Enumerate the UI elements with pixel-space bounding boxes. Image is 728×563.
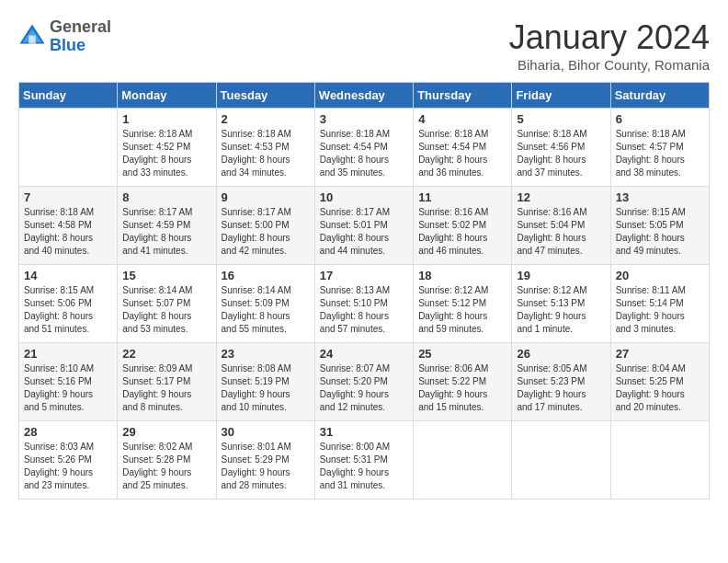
day-info: Sunrise: 8:15 AMSunset: 5:05 PMDaylight:… [616,206,704,258]
page-header: General Blue January 2024 Biharia, Bihor… [18,18,710,73]
day-info: Sunrise: 8:01 AMSunset: 5:29 PMDaylight:… [222,441,310,492]
day-info: Sunrise: 8:13 AMSunset: 5:10 PMDaylight:… [320,284,408,336]
day-number: 9 [222,190,310,204]
calendar-cell: 14Sunrise: 8:15 AMSunset: 5:06 PMDayligh… [19,265,118,343]
day-number: 18 [418,269,506,282]
weekday-header: Thursday [414,83,512,109]
day-number: 8 [122,190,210,204]
calendar-cell: 11Sunrise: 8:16 AMSunset: 5:02 PMDayligh… [414,187,512,265]
calendar-week-row: 7Sunrise: 8:18 AMSunset: 4:58 PMDaylight… [19,187,710,265]
calendar-cell: 31Sunrise: 8:00 AMSunset: 5:31 PMDayligh… [314,421,413,500]
day-info: Sunrise: 8:05 AMSunset: 5:23 PMDaylight:… [517,362,605,414]
day-number: 11 [418,190,506,204]
calendar-cell: 15Sunrise: 8:14 AMSunset: 5:07 PMDayligh… [118,265,216,343]
calendar-cell: 18Sunrise: 8:12 AMSunset: 5:12 PMDayligh… [414,265,512,343]
calendar-cell [19,109,118,187]
day-info: Sunrise: 8:02 AMSunset: 5:28 PMDaylight:… [122,441,210,492]
calendar-cell: 4Sunrise: 8:18 AMSunset: 4:54 PMDaylight… [414,109,512,187]
calendar-cell: 30Sunrise: 8:01 AMSunset: 5:29 PMDayligh… [216,421,314,500]
day-number: 17 [320,269,408,282]
logo: General Blue [18,18,111,55]
weekday-header-row: SundayMondayTuesdayWednesdayThursdayFrid… [19,83,710,109]
day-number: 10 [320,190,408,204]
day-number: 14 [24,269,112,282]
day-info: Sunrise: 8:11 AMSunset: 5:14 PMDaylight:… [616,284,704,336]
day-number: 7 [24,190,112,204]
day-number: 12 [517,190,605,204]
day-number: 30 [222,425,310,439]
calendar-table: SundayMondayTuesdayWednesdayThursdayFrid… [18,82,710,500]
calendar-cell: 24Sunrise: 8:07 AMSunset: 5:20 PMDayligh… [314,343,413,421]
day-number: 24 [320,347,408,361]
day-info: Sunrise: 8:17 AMSunset: 5:00 PMDaylight:… [222,206,310,258]
day-number: 5 [517,112,605,126]
calendar-cell: 21Sunrise: 8:10 AMSunset: 5:16 PMDayligh… [19,343,118,421]
calendar-cell: 13Sunrise: 8:15 AMSunset: 5:05 PMDayligh… [610,187,709,265]
day-info: Sunrise: 8:12 AMSunset: 5:12 PMDaylight:… [418,284,506,336]
day-info: Sunrise: 8:14 AMSunset: 5:09 PMDaylight:… [222,284,310,336]
calendar-cell: 29Sunrise: 8:02 AMSunset: 5:28 PMDayligh… [118,421,216,500]
day-info: Sunrise: 8:18 AMSunset: 4:52 PMDaylight:… [122,128,210,179]
calendar-week-row: 1Sunrise: 8:18 AMSunset: 4:52 PMDaylight… [19,109,710,187]
day-info: Sunrise: 8:16 AMSunset: 5:02 PMDaylight:… [418,206,506,258]
calendar-cell: 17Sunrise: 8:13 AMSunset: 5:10 PMDayligh… [314,265,413,343]
day-number: 16 [222,269,310,282]
calendar-cell: 19Sunrise: 8:12 AMSunset: 5:13 PMDayligh… [512,265,610,343]
day-number: 20 [616,269,704,282]
day-number: 4 [418,112,506,126]
calendar-cell: 26Sunrise: 8:05 AMSunset: 5:23 PMDayligh… [512,343,610,421]
day-info: Sunrise: 8:00 AMSunset: 5:31 PMDaylight:… [320,441,408,492]
day-info: Sunrise: 8:18 AMSunset: 4:54 PMDaylight:… [418,128,506,179]
calendar-cell: 6Sunrise: 8:18 AMSunset: 4:57 PMDaylight… [610,109,709,187]
calendar-cell: 27Sunrise: 8:04 AMSunset: 5:25 PMDayligh… [610,343,709,421]
day-info: Sunrise: 8:14 AMSunset: 5:07 PMDaylight:… [122,284,210,336]
calendar-week-row: 28Sunrise: 8:03 AMSunset: 5:26 PMDayligh… [19,421,710,500]
title-block: January 2024 Biharia, Bihor County, Roma… [509,18,710,73]
day-number: 2 [222,112,310,126]
day-info: Sunrise: 8:16 AMSunset: 5:04 PMDaylight:… [517,206,605,258]
calendar-cell [512,421,610,500]
calendar-cell: 22Sunrise: 8:09 AMSunset: 5:17 PMDayligh… [118,343,216,421]
calendar-cell: 2Sunrise: 8:18 AMSunset: 4:53 PMDaylight… [216,109,314,187]
weekday-header: Tuesday [216,83,314,109]
day-number: 29 [122,425,210,439]
weekday-header: Saturday [610,83,709,109]
day-info: Sunrise: 8:04 AMSunset: 5:25 PMDaylight:… [616,362,704,414]
day-number: 13 [616,190,704,204]
calendar-cell: 20Sunrise: 8:11 AMSunset: 5:14 PMDayligh… [610,265,709,343]
calendar-cell: 3Sunrise: 8:18 AMSunset: 4:54 PMDaylight… [314,109,413,187]
day-info: Sunrise: 8:08 AMSunset: 5:19 PMDaylight:… [222,362,310,414]
day-info: Sunrise: 8:17 AMSunset: 4:59 PMDaylight:… [122,206,210,258]
logo-text: General Blue [50,18,111,55]
day-number: 3 [320,112,408,126]
day-info: Sunrise: 8:03 AMSunset: 5:26 PMDaylight:… [24,441,112,492]
day-info: Sunrise: 8:18 AMSunset: 4:53 PMDaylight:… [222,128,310,179]
day-info: Sunrise: 8:17 AMSunset: 5:01 PMDaylight:… [320,206,408,258]
day-info: Sunrise: 8:18 AMSunset: 4:58 PMDaylight:… [24,206,112,258]
day-info: Sunrise: 8:18 AMSunset: 4:56 PMDaylight:… [517,128,605,179]
day-number: 27 [616,347,704,361]
day-number: 31 [320,425,408,439]
calendar-cell: 7Sunrise: 8:18 AMSunset: 4:58 PMDaylight… [19,187,118,265]
day-info: Sunrise: 8:09 AMSunset: 5:17 PMDaylight:… [122,362,210,414]
calendar-cell: 9Sunrise: 8:17 AMSunset: 5:00 PMDaylight… [216,187,314,265]
calendar-cell: 8Sunrise: 8:17 AMSunset: 4:59 PMDaylight… [118,187,216,265]
day-number: 15 [122,269,210,282]
day-info: Sunrise: 8:12 AMSunset: 5:13 PMDaylight:… [517,284,605,336]
calendar-cell: 23Sunrise: 8:08 AMSunset: 5:19 PMDayligh… [216,343,314,421]
day-info: Sunrise: 8:07 AMSunset: 5:20 PMDaylight:… [320,362,408,414]
weekday-header: Wednesday [314,83,413,109]
day-number: 22 [122,347,210,361]
logo-icon [18,23,46,51]
month-title: January 2024 [509,18,710,57]
weekday-header: Sunday [19,83,118,109]
day-number: 6 [616,112,704,126]
weekday-header: Friday [512,83,610,109]
calendar-cell: 28Sunrise: 8:03 AMSunset: 5:26 PMDayligh… [19,421,118,500]
calendar-week-row: 21Sunrise: 8:10 AMSunset: 5:16 PMDayligh… [19,343,710,421]
calendar-cell: 1Sunrise: 8:18 AMSunset: 4:52 PMDaylight… [118,109,216,187]
day-number: 21 [24,347,112,361]
day-number: 28 [24,425,112,439]
calendar-cell: 16Sunrise: 8:14 AMSunset: 5:09 PMDayligh… [216,265,314,343]
location-subtitle: Biharia, Bihor County, Romania [509,57,710,73]
